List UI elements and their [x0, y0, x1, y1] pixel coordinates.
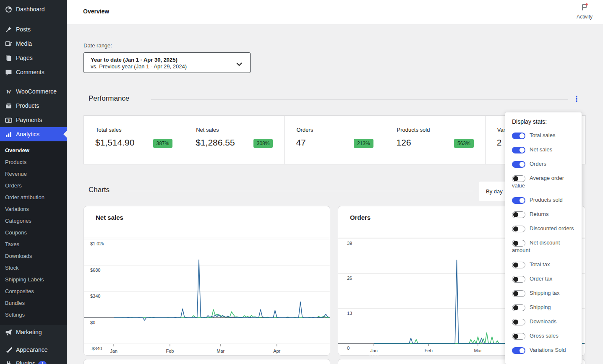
chevron-down-icon	[236, 60, 243, 68]
sidebar-item-label: Payments	[16, 117, 42, 123]
toggle-row-total-sales[interactable]: Total sales	[512, 132, 576, 139]
page-title: Overview	[83, 8, 109, 15]
toggle-label: Downloads	[530, 318, 556, 325]
submenu-item-overview[interactable]: Overview	[0, 145, 67, 156]
submenu-item-downloads[interactable]: Downloads	[0, 250, 67, 262]
svg-text:2025: 2025	[109, 354, 119, 356]
stat-card-orders[interactable]: Orders47213%	[285, 116, 385, 164]
analytics-submenu: OverviewProductsRevenueOrdersOrder attri…	[0, 141, 67, 325]
toggle-row-order-tax[interactable]: Order tax	[512, 275, 576, 283]
sidebar-item-pages[interactable]: Pages	[0, 51, 67, 65]
toggle-label: Total tax	[530, 261, 550, 268]
toggle-row-discounted-orders[interactable]: Discounted orders	[512, 225, 576, 232]
update-count-badge: 1	[38, 361, 47, 364]
toggle-row-variations-sold[interactable]: Variations Sold	[512, 346, 576, 354]
sidebar-item-posts[interactable]: Posts	[0, 22, 67, 36]
sidebar-item-media[interactable]: Media	[0, 36, 67, 51]
total-tax-toggle[interactable]	[512, 262, 525, 268]
sidebar-item-appearance[interactable]: Appearance	[0, 343, 67, 357]
stat-change-badge: 387%	[153, 139, 173, 148]
submenu-item-categories[interactable]: Categories	[0, 215, 67, 227]
shipping-toggle[interactable]	[512, 304, 525, 311]
submenu-item-settings[interactable]: Settings	[0, 309, 67, 321]
sidebar-item-label: Posts	[16, 26, 31, 33]
sidebar-main-menu: DashboardPostsMediaPagesCommentsWWooComm…	[0, 2, 67, 141]
dashboard-icon	[5, 6, 12, 13]
toggle-label: Net sales	[530, 146, 552, 153]
sidebar-item-plugins[interactable]: Plugins1	[0, 357, 67, 364]
order-tax-toggle[interactable]	[512, 276, 525, 283]
performance-title: Performance	[89, 94, 129, 103]
toggle-row-shipping[interactable]: Shipping	[512, 304, 576, 311]
gross-sales-toggle[interactable]	[512, 333, 525, 340]
stat-change-badge: 563%	[454, 139, 474, 148]
net-sales-chart: $1.02k$680$340$0-$340Jan2025FebMarApr	[84, 237, 330, 356]
display-stats-title: Display stats:	[512, 118, 576, 125]
average-order-value-toggle[interactable]	[512, 175, 525, 182]
submenu-item-stock[interactable]: Stock	[0, 262, 67, 274]
toggle-row-net-sales[interactable]: Net sales	[512, 146, 576, 153]
sidebar-item-woocommerce[interactable]: WWooCommerce	[0, 84, 67, 99]
media-icon	[5, 40, 12, 47]
downloads-toggle[interactable]	[512, 319, 525, 325]
performance-menu-button[interactable]: ⋮	[573, 94, 580, 104]
stat-card-total-sales[interactable]: Total sales$1,514.90387%	[84, 116, 184, 164]
activity-button[interactable]: Activity	[571, 3, 598, 20]
date-range-select[interactable]: Year to date (Jan 1 - Apr 30, 2025) vs. …	[84, 52, 251, 73]
activity-flag-icon	[580, 5, 589, 13]
shipping-tax-toggle[interactable]	[512, 290, 525, 297]
toggle-row-average-order-value[interactable]: Average order value	[512, 174, 576, 190]
submenu-item-coupons[interactable]: Coupons	[0, 227, 67, 239]
submenu-item-products[interactable]: Products	[0, 156, 67, 168]
sidebar-item-products[interactable]: Products	[0, 99, 67, 113]
toggle-row-returns[interactable]: Returns	[512, 211, 576, 218]
orders-toggle[interactable]	[512, 161, 525, 168]
svg-text:$680: $680	[90, 268, 100, 273]
net-sales-chart-header: Net sales	[84, 214, 330, 237]
toggle-row-downloads[interactable]: Downloads	[512, 318, 576, 325]
sidebar-item-label: WooCommerce	[16, 88, 57, 95]
sidebar-item-dashboard[interactable]: Dashboard	[0, 2, 67, 16]
submenu-item-order-attribution[interactable]: Order attribution	[0, 192, 67, 203]
toggle-row-shipping-tax[interactable]: Shipping tax	[512, 289, 576, 297]
toggle-row-products-sold[interactable]: Products sold	[512, 196, 576, 204]
stat-card-products-sold[interactable]: Products sold126563%	[385, 116, 486, 164]
stat-label: Orders	[296, 127, 313, 133]
net-sales-toggle[interactable]	[512, 147, 525, 153]
toggle-row-gross-sales[interactable]: Gross sales	[512, 332, 576, 340]
svg-text:Mar: Mar	[217, 348, 224, 354]
charts-divider	[128, 191, 473, 191]
sidebar-item-payments[interactable]: $Payments	[0, 113, 67, 127]
returns-toggle[interactable]	[512, 211, 525, 218]
submenu-item-composites[interactable]: Composites	[0, 286, 67, 297]
plugins-icon	[5, 361, 12, 364]
toggle-label: Products sold	[530, 197, 563, 203]
sidebar-item-label: Analytics	[16, 131, 39, 138]
submenu-item-shipping-labels[interactable]: Shipping Labels	[0, 274, 67, 286]
products-sold-toggle[interactable]	[512, 197, 525, 204]
payments-icon: $	[5, 117, 12, 124]
submenu-item-revenue[interactable]: Revenue	[0, 168, 67, 180]
woocommerce-icon: W	[5, 88, 12, 95]
sidebar-item-marketing[interactable]: Marketing	[0, 325, 67, 339]
submenu-item-orders[interactable]: Orders	[0, 180, 67, 192]
sidebar-item-label: Products	[16, 102, 39, 109]
stat-card-net-sales[interactable]: Net sales$1,286.55308%	[184, 116, 285, 164]
toggle-row-orders[interactable]: Orders	[512, 160, 576, 168]
submenu-item-taxes[interactable]: Taxes	[0, 239, 67, 250]
variations-sold-toggle[interactable]	[512, 347, 525, 354]
net-discount-amount-toggle[interactable]	[512, 240, 525, 247]
stat-value: 2	[497, 138, 502, 148]
toggle-row-net-discount-amount[interactable]: Net discount amount	[512, 239, 576, 254]
svg-text:Jan: Jan	[370, 348, 378, 353]
total-sales-toggle[interactable]	[512, 133, 525, 139]
stat-label: Products sold	[397, 127, 430, 133]
discounted-orders-toggle[interactable]	[512, 226, 525, 232]
submenu-item-variations[interactable]: Variations	[0, 203, 67, 215]
sidebar-item-analytics[interactable]: Analytics	[0, 127, 67, 141]
submenu-item-bundles[interactable]: Bundles	[0, 297, 67, 309]
svg-text:W: W	[6, 89, 12, 95]
stat-value: 47	[296, 138, 305, 148]
sidebar-item-comments[interactable]: Comments	[0, 65, 67, 79]
toggle-row-total-tax[interactable]: Total tax	[512, 261, 576, 268]
